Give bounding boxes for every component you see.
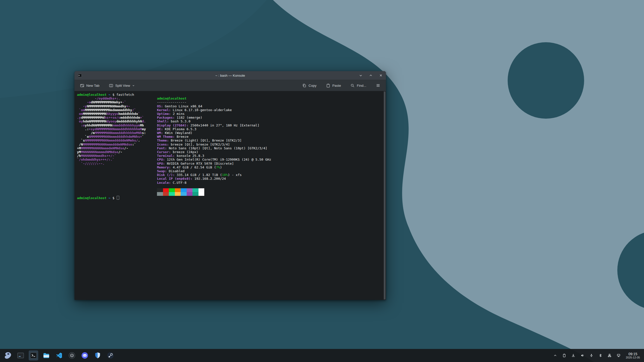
clipboard-icon xyxy=(562,353,566,357)
taskbar-vscode-button[interactable] xyxy=(54,350,64,360)
paste-label: Paste xyxy=(332,84,341,87)
terminal-viewport[interactable]: admin@localhost ~ $ fastfetch -/oyddmdhs… xyxy=(74,91,386,300)
taskbar-disc-app-button[interactable] xyxy=(67,350,77,360)
fastfetch-info: admin@localhost---------------OS: Gentoo… xyxy=(157,97,271,196)
split-view-button[interactable]: Split View xyxy=(107,82,136,89)
chevron-down-icon xyxy=(359,73,363,77)
software-updates-tray-button[interactable] xyxy=(571,352,576,359)
speaker-icon xyxy=(580,353,584,357)
microphone-icon xyxy=(589,353,593,357)
steam-icon xyxy=(107,352,114,359)
bluetooth-icon xyxy=(598,353,602,357)
copy-button[interactable]: Copy xyxy=(301,82,318,89)
taskbar-security-app-button[interactable] xyxy=(93,350,102,360)
wired-network-icon xyxy=(608,353,612,357)
download-arrow-icon xyxy=(571,353,575,357)
taskbar-konsole-button[interactable] xyxy=(29,350,38,360)
taskbar-discord-button[interactable] xyxy=(80,350,90,360)
paste-icon xyxy=(326,83,330,88)
folder-icon xyxy=(43,352,50,359)
display-tray-button[interactable] xyxy=(616,352,621,359)
konsole-toolbar: New Tab Split View Copy Paste Find... xyxy=(74,80,386,91)
desktop[interactable]: ~ : bash — Konsole New Tab Split xyxy=(0,0,644,362)
search-icon xyxy=(350,83,355,88)
fastfetch-output: -/oyddmdhs+:. -odNMMMMMMMMNNmhy+-` -yNMM… xyxy=(77,97,383,196)
chevron-up-icon xyxy=(369,73,373,77)
prompt-path: ~ xyxy=(108,93,110,97)
copy-icon xyxy=(302,83,306,88)
discord-icon xyxy=(81,352,89,359)
taskbar-steam-button[interactable] xyxy=(106,350,115,360)
fastfetch-ascii-art: -/oyddmdhs+:. -odNMMMMMMMMNNmhy+-` -yNMM… xyxy=(77,97,157,165)
taskbar xyxy=(3,350,115,360)
new-tab-icon xyxy=(80,83,84,88)
application-launcher-button[interactable] xyxy=(3,350,13,360)
digital-clock[interactable]: 09:15 2025-12-05 xyxy=(624,351,641,360)
clock-time: 09:15 xyxy=(628,352,637,356)
maximize-button[interactable] xyxy=(369,73,373,77)
minimize-button[interactable] xyxy=(359,73,363,77)
typed-command: fastfetch xyxy=(116,93,134,97)
terminal-window-icon xyxy=(17,352,24,359)
hamburger-menu-icon xyxy=(376,83,380,88)
system-tray xyxy=(552,352,621,359)
prompt-symbol: $ xyxy=(112,93,114,97)
clock-date: 2025-12-05 xyxy=(626,356,640,359)
new-tab-label: New Tab xyxy=(86,84,99,87)
window-title: ~ : bash — Konsole xyxy=(74,74,386,77)
volume-tray-button[interactable] xyxy=(580,352,585,359)
vscode-icon xyxy=(55,352,63,359)
taskbar-terminal-app-button[interactable] xyxy=(16,350,25,360)
hidden-icons-button[interactable] xyxy=(552,352,558,359)
disc-icon xyxy=(68,352,76,359)
konsole-app-icon xyxy=(77,73,82,78)
prompt-user: admin@localhost xyxy=(77,93,106,97)
find-label: Find... xyxy=(357,84,366,87)
bluetooth-tray-button[interactable] xyxy=(598,352,603,359)
paste-button[interactable]: Paste xyxy=(325,82,343,89)
scrollbar-thumb[interactable] xyxy=(384,92,385,299)
split-view-label: Split View xyxy=(115,84,130,87)
konsole-icon xyxy=(30,352,37,359)
gentoo-logo-icon xyxy=(4,351,12,359)
caret-up-icon xyxy=(553,353,557,357)
terminal-scrollbar[interactable] xyxy=(383,91,386,300)
split-view-icon xyxy=(109,83,113,88)
network-tray-button[interactable] xyxy=(607,352,612,359)
shell-prompt-line-top: admin@localhost ~ $ fastfetch xyxy=(77,93,383,97)
terminal-cursor xyxy=(117,196,119,200)
terminal-color-palette xyxy=(157,188,271,196)
copy-label: Copy xyxy=(308,84,316,87)
close-icon xyxy=(379,73,383,77)
shield-icon xyxy=(94,352,101,359)
konsole-window: ~ : bash — Konsole New Tab Split xyxy=(74,71,386,300)
hamburger-menu-button[interactable] xyxy=(374,82,382,89)
close-button[interactable] xyxy=(379,73,383,77)
chevron-down-icon xyxy=(132,84,135,87)
window-titlebar[interactable]: ~ : bash — Konsole xyxy=(74,71,386,80)
clipboard-tray-button[interactable] xyxy=(561,352,567,359)
display-icon xyxy=(617,353,621,357)
shell-prompt-line-bottom: admin@localhost ~ $ xyxy=(77,196,383,200)
microphone-tray-button[interactable] xyxy=(589,352,594,359)
plasma-panel: 09:15 2025-12-05 xyxy=(0,349,644,362)
taskbar-dolphin-button[interactable] xyxy=(42,350,51,360)
find-button[interactable]: Find... xyxy=(349,82,368,89)
new-tab-button[interactable]: New Tab xyxy=(78,82,101,89)
